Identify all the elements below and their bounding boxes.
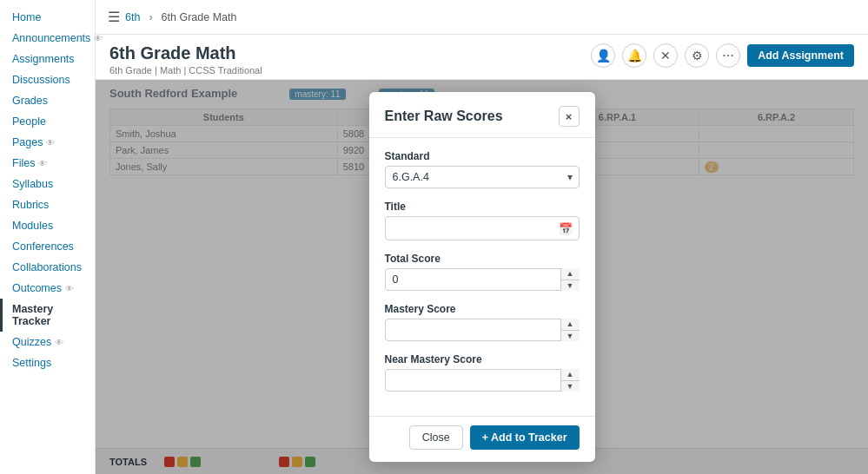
sidebar-item-label: People bbox=[12, 115, 46, 128]
modal-overlay[interactable]: Enter Raw Scores × Standard 6.G.A.4 ▾ bbox=[96, 80, 868, 474]
sidebar-item-label: Conferences bbox=[12, 240, 74, 253]
mastery-score-input[interactable] bbox=[385, 319, 580, 341]
eye-icon: 👁 bbox=[55, 338, 63, 347]
title-label: Title bbox=[385, 201, 580, 213]
header-actions: 👤 🔔 ✕ ⚙ ⋯ Add Assignment bbox=[591, 43, 854, 68]
standard-select[interactable]: 6.G.A.4 bbox=[385, 166, 580, 188]
near-mastery-score-decrement[interactable]: ▼ bbox=[561, 381, 580, 392]
breadcrumb-link[interactable]: 6th bbox=[125, 11, 140, 23]
notification-icon-button[interactable]: 🔔 bbox=[622, 43, 646, 68]
near-mastery-score-input[interactable] bbox=[385, 369, 580, 392]
sidebar-item-discussions[interactable]: Discussions bbox=[0, 69, 95, 90]
sidebar-item-rubrics[interactable]: Rubrics bbox=[0, 194, 95, 215]
close-modal-button[interactable]: Close bbox=[409, 425, 463, 450]
total-score-field-group: Total Score ▲ ▼ bbox=[385, 253, 580, 291]
sidebar-item-label: Quizzes bbox=[12, 336, 51, 348]
sidebar-item-grades[interactable]: Grades bbox=[0, 90, 95, 111]
eye-icon: 👁 bbox=[46, 138, 55, 148]
sidebar-item-mastery-tracker[interactable]: Mastery Tracker bbox=[0, 299, 95, 332]
sidebar-item-label: Grades bbox=[12, 95, 48, 107]
main-content: ☰ 6th › 6th Grade Math 6th Grade Math 6t… bbox=[96, 0, 868, 474]
sidebar-item-label: Announcements bbox=[12, 32, 90, 44]
sidebar-item-label: Assignments bbox=[12, 53, 75, 65]
breadcrumb-current: 6th Grade Math bbox=[162, 11, 237, 23]
sidebar: Home Announcements 👁 Assignments Discuss… bbox=[0, 0, 96, 474]
mastery-score-spinner-buttons: ▲ ▼ bbox=[560, 319, 580, 341]
sidebar-item-quizzes[interactable]: Quizzes 👁 bbox=[0, 332, 95, 352]
modal-close-button[interactable]: × bbox=[559, 106, 580, 127]
sidebar-item-label: Modules bbox=[12, 220, 53, 232]
eye-icon: 👁 bbox=[65, 284, 74, 293]
near-mastery-score-label: Near Mastery Score bbox=[385, 353, 580, 365]
sidebar-item-assignments[interactable]: Assignments bbox=[0, 49, 95, 69]
page-title-block: 6th Grade Math 6th Grade | Math | CCSS T… bbox=[109, 43, 262, 76]
total-score-increment[interactable]: ▲ bbox=[561, 268, 580, 280]
sidebar-item-home[interactable]: Home bbox=[0, 7, 95, 28]
title-field-group: Title 📅 bbox=[385, 201, 580, 240]
sidebar-item-label: Syllabus bbox=[12, 178, 53, 190]
mastery-score-increment[interactable]: ▲ bbox=[561, 319, 580, 331]
modal-title: Enter Raw Scores bbox=[385, 109, 503, 124]
total-score-decrement[interactable]: ▼ bbox=[561, 280, 580, 292]
sidebar-item-label: Settings bbox=[12, 357, 51, 369]
sidebar-item-collaborations[interactable]: Collaborations bbox=[0, 257, 95, 278]
breadcrumb-separator: › bbox=[149, 11, 152, 23]
sidebar-item-people[interactable]: People bbox=[0, 111, 95, 132]
total-score-spinner-wrapper: ▲ ▼ bbox=[385, 268, 580, 291]
mastery-score-decrement[interactable]: ▼ bbox=[561, 331, 580, 342]
sidebar-item-syllabus[interactable]: Syllabus bbox=[0, 174, 95, 194]
sidebar-item-pages[interactable]: Pages 👁 bbox=[0, 132, 95, 153]
modal-footer: Close + Add to Tracker bbox=[369, 416, 595, 462]
topbar: ☰ 6th › 6th Grade Math bbox=[96, 0, 868, 35]
sidebar-item-announcements[interactable]: Announcements 👁 bbox=[0, 28, 95, 49]
calendar-icon: 📅 bbox=[559, 222, 573, 235]
user-icon-button[interactable]: 👤 bbox=[591, 43, 615, 68]
standard-label: Standard bbox=[385, 150, 580, 162]
title-input[interactable] bbox=[385, 216, 580, 240]
standard-field-group: Standard 6.G.A.4 ▾ bbox=[385, 150, 580, 188]
total-score-spinner-buttons: ▲ ▼ bbox=[560, 268, 580, 291]
mastery-score-spinner-wrapper: ▲ ▼ bbox=[385, 319, 580, 341]
near-mastery-score-field-group: Near Mastery Score ▲ ▼ bbox=[385, 353, 580, 392]
near-mastery-score-spinner-wrapper: ▲ ▼ bbox=[385, 369, 580, 392]
content-area: South Redford Example mastery: 11 master… bbox=[96, 80, 868, 474]
sidebar-item-files[interactable]: Files 👁 bbox=[0, 153, 95, 174]
standard-select-wrapper: 6.G.A.4 ▾ bbox=[385, 166, 580, 188]
eye-icon: 👁 bbox=[38, 159, 47, 168]
near-mastery-score-spinner-buttons: ▲ ▼ bbox=[560, 369, 580, 392]
page-header: 6th Grade Math 6th Grade | Math | CCSS T… bbox=[96, 35, 868, 80]
enter-raw-scores-modal: Enter Raw Scores × Standard 6.G.A.4 ▾ bbox=[369, 92, 595, 462]
more-options-button[interactable]: ⋯ bbox=[716, 43, 740, 68]
page-subtitle: 6th Grade | Math | CCSS Traditional bbox=[109, 65, 262, 76]
sidebar-item-label: Discussions bbox=[12, 74, 70, 86]
page-title: 6th Grade Math bbox=[109, 43, 262, 63]
sidebar-item-label: Collaborations bbox=[12, 261, 82, 273]
add-to-tracker-button[interactable]: + Add to Tracker bbox=[470, 425, 580, 450]
modal-header: Enter Raw Scores × bbox=[369, 92, 595, 138]
sidebar-item-label: Pages bbox=[12, 136, 43, 148]
title-input-wrapper: 📅 bbox=[385, 216, 580, 240]
sidebar-item-modules[interactable]: Modules bbox=[0, 215, 95, 236]
sidebar-item-label: Home bbox=[12, 11, 41, 23]
sidebar-item-label: Outcomes bbox=[12, 282, 62, 294]
sidebar-item-outcomes[interactable]: Outcomes 👁 bbox=[0, 278, 95, 299]
total-score-input[interactable] bbox=[385, 268, 580, 291]
sidebar-item-conferences[interactable]: Conferences bbox=[0, 236, 95, 257]
sidebar-item-label: Files bbox=[12, 157, 35, 169]
total-score-label: Total Score bbox=[385, 253, 580, 265]
hamburger-icon[interactable]: ☰ bbox=[108, 9, 120, 25]
close-icon-button[interactable]: ✕ bbox=[653, 43, 678, 68]
sidebar-item-settings[interactable]: Settings bbox=[0, 352, 95, 373]
mastery-score-field-group: Mastery Score ▲ ▼ bbox=[385, 303, 580, 341]
add-assignment-button[interactable]: Add Assignment bbox=[747, 44, 854, 67]
modal-body: Standard 6.G.A.4 ▾ Title � bbox=[369, 138, 595, 416]
sidebar-item-label: Rubrics bbox=[12, 199, 49, 211]
settings-icon-button[interactable]: ⚙ bbox=[685, 43, 709, 68]
sidebar-item-label: Mastery Tracker bbox=[12, 303, 83, 327]
near-mastery-score-increment[interactable]: ▲ bbox=[561, 369, 580, 381]
mastery-score-label: Mastery Score bbox=[385, 303, 580, 315]
